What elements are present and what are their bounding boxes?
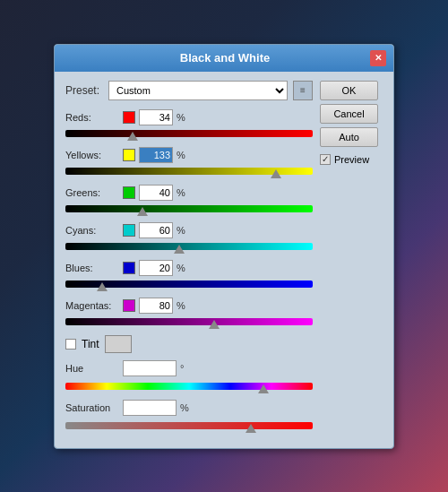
- magentas-thumb[interactable]: [209, 320, 220, 329]
- saturation-label: Saturation: [65, 402, 119, 413]
- reds-percent: %: [177, 112, 185, 123]
- hue-unit: °: [180, 363, 184, 374]
- greens-swatch: [123, 186, 135, 199]
- yellows-swatch: [123, 149, 135, 161]
- cyans-slider[interactable]: [65, 240, 313, 253]
- greens-percent: %: [177, 187, 185, 198]
- cyans-label: Cyans:: [65, 225, 119, 236]
- hue-input[interactable]: [123, 360, 177, 376]
- greens-label: Greens:: [65, 187, 119, 198]
- reds-header: Reds: %: [65, 109, 313, 125]
- ok-button[interactable]: OK: [320, 81, 378, 100]
- cyans-input[interactable]: [139, 222, 173, 238]
- yellows-slider[interactable]: [65, 165, 313, 177]
- saturation-track: [65, 422, 313, 429]
- cyans-header: Cyans: %: [65, 222, 313, 238]
- blues-header: Blues: %: [65, 260, 313, 276]
- reds-slider[interactable]: [65, 127, 313, 140]
- reds-row: Reds: %: [65, 109, 313, 140]
- tint-color-swatch[interactable]: [105, 335, 132, 353]
- dialog-body: Preset: Custom ≡ Reds: %: [55, 72, 393, 448]
- cyans-thumb[interactable]: [174, 245, 185, 254]
- saturation-slider[interactable]: [65, 419, 313, 432]
- cyans-swatch: [123, 224, 135, 237]
- cancel-button[interactable]: Cancel: [320, 104, 378, 124]
- tint-row: Tint: [65, 335, 313, 353]
- magentas-header: Magentas: %: [65, 298, 313, 314]
- reds-thumb[interactable]: [127, 132, 138, 141]
- yellows-percent: %: [177, 150, 185, 160]
- preview-row: ✓ Preview: [320, 154, 383, 165]
- blues-input[interactable]: [139, 260, 173, 276]
- preset-row: Preset: Custom ≡: [65, 81, 313, 100]
- magentas-row: Magentas: %: [65, 298, 313, 328]
- greens-slider[interactable]: [65, 203, 313, 215]
- reds-swatch: [123, 111, 135, 124]
- title-bar: Black and White ✕: [55, 45, 393, 72]
- close-button[interactable]: ✕: [370, 50, 386, 66]
- hue-header: Hue °: [65, 360, 313, 376]
- blues-row: Blues: %: [65, 260, 313, 290]
- tint-checkbox[interactable]: [65, 339, 76, 350]
- blues-thumb[interactable]: [97, 282, 108, 291]
- greens-row: Greens: %: [65, 185, 313, 215]
- cyans-row: Cyans: %: [65, 222, 313, 253]
- greens-input[interactable]: [139, 185, 173, 201]
- yellows-thumb[interactable]: [271, 169, 281, 178]
- magentas-slider[interactable]: [65, 315, 313, 328]
- yellows-row: Yellows: %: [65, 147, 313, 177]
- cyans-percent: %: [177, 225, 185, 236]
- magentas-swatch: [123, 299, 135, 312]
- greens-track: [65, 205, 313, 212]
- magentas-label: Magentas:: [65, 300, 119, 311]
- magentas-input[interactable]: [139, 298, 173, 314]
- yellows-label: Yellows:: [65, 150, 119, 160]
- preset-menu-icon[interactable]: ≡: [293, 81, 313, 100]
- yellows-header: Yellows: %: [65, 147, 313, 163]
- black-and-white-dialog: Black and White ✕ Preset: Custom ≡ Reds:: [54, 44, 394, 449]
- auto-button[interactable]: Auto: [320, 127, 378, 147]
- magentas-track: [65, 318, 313, 325]
- yellows-input[interactable]: [139, 147, 173, 163]
- reds-input[interactable]: [139, 109, 173, 125]
- preview-checkbox[interactable]: ✓: [320, 154, 331, 165]
- saturation-thumb[interactable]: [246, 424, 256, 433]
- magentas-percent: %: [177, 300, 185, 311]
- preview-label: Preview: [334, 154, 369, 165]
- saturation-input[interactable]: [123, 400, 177, 416]
- right-panel: OK Cancel Auto ✓ Preview: [320, 81, 383, 439]
- sliders-container: Reds: % Yellows:: [65, 109, 313, 328]
- hue-label: Hue: [65, 363, 119, 374]
- saturation-unit: %: [180, 402, 189, 413]
- blues-percent: %: [177, 263, 185, 273]
- cyans-track: [65, 243, 313, 250]
- reds-label: Reds:: [65, 112, 119, 123]
- preset-select[interactable]: Custom: [108, 81, 288, 100]
- hue-row: Hue °: [65, 360, 313, 393]
- hue-track: [65, 383, 313, 390]
- left-panel: Preset: Custom ≡ Reds: %: [65, 81, 313, 439]
- blues-slider[interactable]: [65, 278, 313, 290]
- saturation-row: Saturation %: [65, 400, 313, 432]
- tint-label: Tint: [82, 338, 99, 350]
- hue-slider[interactable]: [65, 380, 313, 393]
- blues-swatch: [123, 262, 135, 274]
- dialog-title: Black and White: [80, 51, 370, 65]
- hue-thumb[interactable]: [258, 384, 269, 393]
- saturation-header: Saturation %: [65, 400, 313, 416]
- reds-track: [65, 130, 313, 137]
- blues-label: Blues:: [65, 263, 119, 273]
- preset-label: Preset:: [65, 84, 103, 97]
- greens-thumb[interactable]: [137, 207, 148, 216]
- greens-header: Greens: %: [65, 185, 313, 201]
